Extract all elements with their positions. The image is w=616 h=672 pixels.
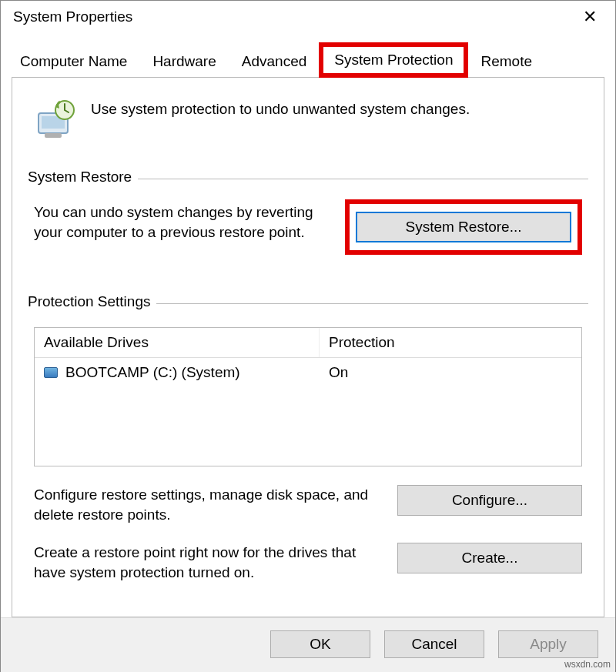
divider xyxy=(156,303,588,304)
drives-table-header: Available Drives Protection xyxy=(35,328,581,358)
system-restore-button[interactable]: System Restore... xyxy=(356,212,571,242)
drive-icon xyxy=(44,367,58,378)
protection-settings-label: Protection Settings xyxy=(28,293,150,310)
watermark: wsxdn.com xyxy=(564,659,611,670)
tab-system-protection[interactable]: System Protection xyxy=(319,42,468,78)
divider xyxy=(138,179,588,179)
titlebar: System Properties ✕ xyxy=(1,1,615,33)
tab-advanced[interactable]: Advanced xyxy=(229,45,320,78)
protection-settings-group-header: Protection Settings xyxy=(28,293,588,313)
cancel-button[interactable]: Cancel xyxy=(384,630,484,658)
drives-table-body: BOOTCAMP (C:) (System) On xyxy=(35,358,581,466)
tab-computer-name[interactable]: Computer Name xyxy=(7,45,140,78)
system-protection-icon xyxy=(34,98,77,141)
table-row[interactable]: BOOTCAMP (C:) (System) On xyxy=(35,358,581,387)
configure-desc: Configure restore settings, manage disk … xyxy=(34,485,379,524)
create-row: Create a restore point right now for the… xyxy=(34,543,582,582)
system-restore-desc: You can undo system changes by reverting… xyxy=(34,202,326,242)
col-available-drives[interactable]: Available Drives xyxy=(35,328,320,357)
system-properties-window: System Properties ✕ Computer Name Hardwa… xyxy=(0,0,616,672)
system-restore-label: System Restore xyxy=(28,169,132,186)
drive-protection-status: On xyxy=(329,364,572,381)
configure-button[interactable]: Configure... xyxy=(397,485,582,516)
tab-panel-system-protection: Use system protection to undo unwanted s… xyxy=(12,77,604,617)
tab-remote[interactable]: Remote xyxy=(467,45,545,78)
configure-row: Configure restore settings, manage disk … xyxy=(34,485,582,524)
tab-hardware[interactable]: Hardware xyxy=(139,45,229,78)
window-title: System Properties xyxy=(13,8,132,25)
intro-text: Use system protection to undo unwanted s… xyxy=(91,98,470,118)
tab-bar: Computer Name Hardware Advanced System P… xyxy=(1,33,615,78)
col-protection[interactable]: Protection xyxy=(320,328,581,357)
tab-system-protection-label: System Protection xyxy=(334,52,453,68)
drive-name: BOOTCAMP (C:) (System) xyxy=(65,364,240,381)
svg-rect-2 xyxy=(45,133,62,138)
system-restore-highlight: System Restore... xyxy=(345,199,582,255)
apply-button[interactable]: Apply xyxy=(498,630,598,658)
drives-table: Available Drives Protection BOOTCAMP (C:… xyxy=(34,327,582,466)
ok-button[interactable]: OK xyxy=(270,630,370,658)
create-desc: Create a restore point right now for the… xyxy=(34,543,379,582)
close-icon[interactable]: ✕ xyxy=(575,7,604,27)
dialog-footer: OK Cancel Apply xyxy=(1,617,615,672)
system-restore-group-header: System Restore xyxy=(28,169,588,189)
create-button[interactable]: Create... xyxy=(397,543,582,573)
intro-section: Use system protection to undo unwanted s… xyxy=(34,98,582,141)
system-restore-row: You can undo system changes by reverting… xyxy=(34,202,582,255)
